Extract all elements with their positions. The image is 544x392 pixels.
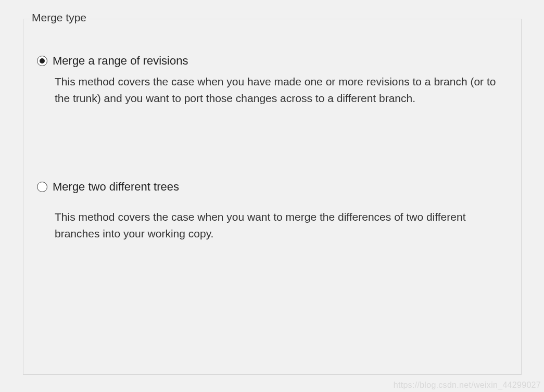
option-body: Merge a range of revisions This method c… bbox=[53, 54, 508, 107]
option-label-merge-trees: Merge two different trees bbox=[53, 180, 508, 194]
option-body: Merge two different trees This method co… bbox=[53, 180, 508, 242]
option-label-merge-range: Merge a range of revisions bbox=[53, 54, 508, 68]
merge-type-groupbox: Merge type Merge a range of revisions Th… bbox=[23, 19, 522, 375]
radio-merge-range[interactable] bbox=[37, 56, 47, 66]
option-merge-trees[interactable]: Merge two different trees This method co… bbox=[23, 180, 521, 242]
groupbox-legend: Merge type bbox=[30, 11, 90, 24]
radio-merge-trees[interactable] bbox=[37, 182, 47, 192]
option-desc-merge-range: This method covers the case when you hav… bbox=[55, 73, 502, 107]
option-desc-merge-trees: This method covers the case when you wan… bbox=[55, 209, 502, 242]
watermark-text: https://blog.csdn.net/weixin_44299027 bbox=[394, 381, 541, 390]
option-merge-range[interactable]: Merge a range of revisions This method c… bbox=[23, 54, 521, 107]
